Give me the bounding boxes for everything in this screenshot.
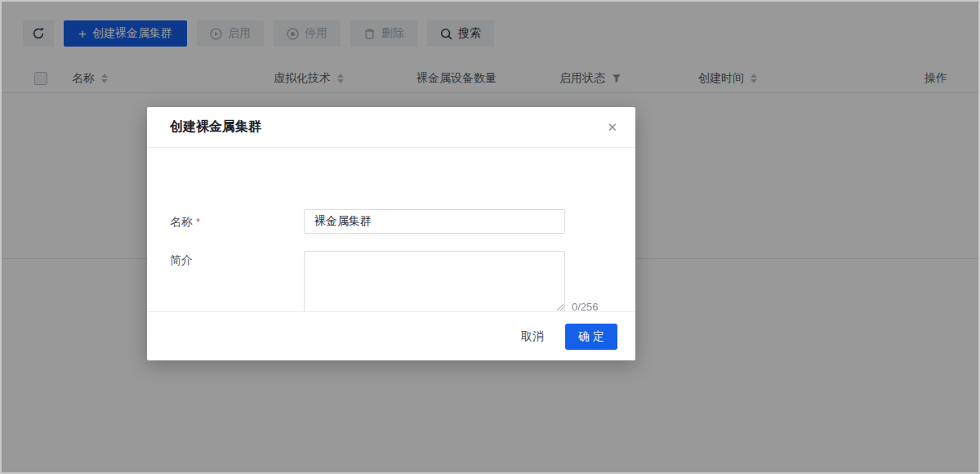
modal-header: 创建裸金属集群 ✕: [147, 107, 635, 148]
close-icon[interactable]: ✕: [607, 107, 617, 148]
required-mark: *: [196, 216, 200, 228]
description-textarea[interactable]: [304, 251, 565, 312]
create-cluster-modal: 创建裸金属集群 ✕ 名称* 简介 0/256 取消 确 定: [147, 107, 635, 360]
name-input[interactable]: [304, 209, 565, 234]
name-field-label: 名称*: [170, 209, 200, 234]
modal-title: 创建裸金属集群: [170, 118, 261, 136]
bare-metal-cluster-page: + 创建裸金属集群 启用 停用: [0, 0, 980, 474]
modal-body: 名称* 简介 0/256: [147, 148, 635, 311]
cancel-button[interactable]: 取消: [518, 324, 547, 349]
description-textarea-wrap: [304, 251, 565, 312]
confirm-button[interactable]: 确 定: [565, 324, 617, 350]
description-field-label: 简介: [170, 251, 193, 269]
modal-footer: 取消 确 定: [147, 311, 635, 360]
